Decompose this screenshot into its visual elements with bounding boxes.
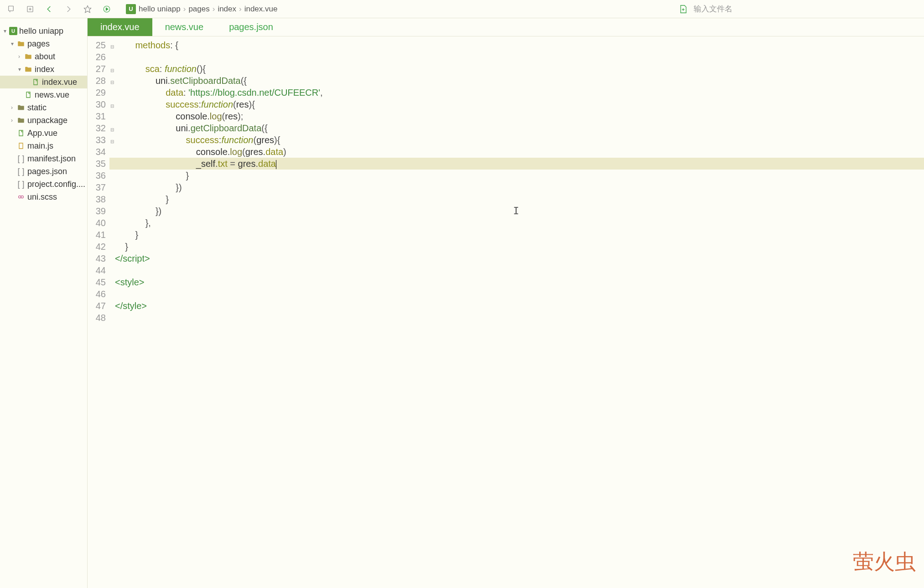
- new-file-icon[interactable]: [678, 4, 688, 14]
- line-number: 29: [88, 87, 109, 98]
- code-line[interactable]: </style>: [109, 300, 924, 312]
- file-name-input[interactable]: 输入文件名: [694, 4, 732, 14]
- tree-item-about[interactable]: ›about: [0, 50, 87, 63]
- code-line[interactable]: </script>: [109, 253, 924, 264]
- line-number: 47: [88, 300, 109, 312]
- svg-point-10: [19, 196, 21, 198]
- code-line[interactable]: [109, 288, 924, 300]
- line-number: 43: [88, 253, 109, 264]
- code-line[interactable]: console.log(gres.data): [109, 146, 924, 158]
- file-tree-sidebar: ▾Uhello uniapp▾pages›about▾indexindex.vu…: [0, 18, 88, 588]
- breadcrumb-item[interactable]: hello uniapp: [139, 5, 181, 14]
- code-line[interactable]: }: [109, 229, 924, 241]
- code-line[interactable]: methods: {: [109, 39, 924, 51]
- line-number: 38: [88, 193, 109, 205]
- tree-item-label: uni.scss: [27, 192, 57, 202]
- tree-item-label: manifest.json: [27, 154, 76, 164]
- tree-item-uni-scss[interactable]: uni.scss: [0, 191, 87, 203]
- code-line[interactable]: console.log(res);: [109, 110, 924, 122]
- forward-icon[interactable]: [63, 4, 74, 15]
- tab-news-vue[interactable]: news.vue: [152, 18, 217, 36]
- line-number: 34: [88, 146, 109, 158]
- breadcrumb-item[interactable]: pages: [188, 5, 209, 14]
- play-icon[interactable]: [101, 4, 112, 15]
- line-number: 40: [88, 217, 109, 229]
- tree-item-app-vue[interactable]: App.vue: [0, 127, 87, 139]
- svg-marker-5: [84, 5, 91, 12]
- tree-item-pages-json[interactable]: [ ]pages.json: [0, 165, 87, 178]
- line-number: 32⊟: [88, 122, 109, 134]
- tree-item-label: pages: [27, 39, 50, 49]
- tree-item-label: unpackage: [27, 116, 67, 125]
- line-number: 28⊟: [88, 75, 109, 87]
- star-icon[interactable]: [82, 4, 93, 15]
- tab-bar: index.vuenews.vuepages.json: [88, 18, 924, 36]
- line-number: 33⊟: [88, 134, 109, 146]
- tree-item-label: hello uniapp: [19, 26, 63, 36]
- tree-item-label: project.config....: [27, 180, 85, 189]
- pin-icon[interactable]: [5, 4, 16, 15]
- code-line[interactable]: },: [109, 217, 924, 229]
- line-number: 36: [88, 170, 109, 181]
- tree-item-news-vue[interactable]: news.vue: [0, 88, 87, 101]
- line-number: 37: [88, 181, 109, 193]
- tree-item-static[interactable]: ›static: [0, 101, 87, 114]
- code-line[interactable]: _self.txt = gres.data: [109, 158, 924, 170]
- code-line[interactable]: [109, 264, 924, 276]
- breadcrumb-separator: ›: [183, 5, 186, 14]
- code-line[interactable]: uni.getClipboardData({: [109, 122, 924, 134]
- tree-item-project-config-[interactable]: [ ]project.config....: [0, 178, 87, 191]
- line-number: 45: [88, 276, 109, 288]
- tree-item-label: main.js: [27, 141, 53, 151]
- code-line[interactable]: [109, 312, 924, 324]
- tree-item-main-js[interactable]: main.js: [0, 139, 87, 152]
- project-badge: U: [126, 4, 136, 14]
- tree-item-index[interactable]: ▾index: [0, 63, 87, 76]
- code-line[interactable]: }): [109, 181, 924, 193]
- top-toolbar: U hello uniapp › pages › index › index.v…: [0, 0, 924, 18]
- tree-item-label: about: [35, 52, 55, 62]
- tree-item-manifest-json[interactable]: [ ]manifest.json: [0, 152, 87, 165]
- toolbar-right-group: 输入文件名: [678, 4, 924, 14]
- code-line[interactable]: uni.setClipboardData({: [109, 75, 924, 87]
- tree-item-label: static: [27, 103, 47, 113]
- code-line[interactable]: success:function(res){: [109, 98, 924, 110]
- tab-pages-json[interactable]: pages.json: [216, 18, 286, 36]
- line-number: 42: [88, 241, 109, 253]
- code-editor[interactable]: 25⊟2627⊟28⊟2930⊟3132⊟33⊟3435363738394041…: [88, 36, 924, 588]
- line-number: 30⊟: [88, 98, 109, 110]
- breadcrumb-item[interactable]: index.vue: [244, 5, 278, 14]
- tab-index-vue[interactable]: index.vue: [88, 18, 152, 36]
- code-line[interactable]: sca: function(){: [109, 63, 924, 75]
- svg-marker-7: [106, 8, 109, 10]
- line-number: 46: [88, 288, 109, 300]
- line-number: 26: [88, 51, 109, 63]
- line-number: 27⊟: [88, 63, 109, 75]
- code-line[interactable]: data: 'https://blog.csdn.net/CUFEECR',: [109, 87, 924, 98]
- breadcrumb-item[interactable]: index: [218, 5, 236, 14]
- svg-point-11: [21, 196, 23, 198]
- tree-item-unpackage[interactable]: ›unpackage: [0, 114, 87, 127]
- breadcrumb: U hello uniapp › pages › index › index.v…: [126, 4, 277, 14]
- tree-item-label: news.vue: [35, 90, 69, 100]
- code-line[interactable]: }: [109, 241, 924, 253]
- line-number: 44: [88, 264, 109, 276]
- line-number: 31: [88, 110, 109, 122]
- code-line[interactable]: [109, 51, 924, 63]
- code-line[interactable]: }): [109, 205, 924, 217]
- back-icon[interactable]: [44, 4, 55, 15]
- code-line[interactable]: }: [109, 193, 924, 205]
- code-line[interactable]: <style>: [109, 276, 924, 288]
- tree-item-label: index: [35, 65, 54, 74]
- code-content[interactable]: methods: { sca: function(){ uni.setClipb…: [109, 36, 924, 588]
- watermark-text: 萤火虫: [853, 548, 916, 576]
- breadcrumb-separator: ›: [213, 5, 215, 14]
- tree-item-pages[interactable]: ▾pages: [0, 37, 87, 50]
- tree-item-hello-uniapp[interactable]: ▾Uhello uniapp: [0, 25, 87, 37]
- code-line[interactable]: success:function(gres){: [109, 134, 924, 146]
- tree-item-label: App.vue: [27, 129, 57, 138]
- tree-item-index-vue[interactable]: index.vue: [0, 76, 87, 88]
- code-line[interactable]: }: [109, 170, 924, 181]
- line-number: 25⊟: [88, 39, 109, 51]
- new-window-icon[interactable]: [25, 4, 36, 15]
